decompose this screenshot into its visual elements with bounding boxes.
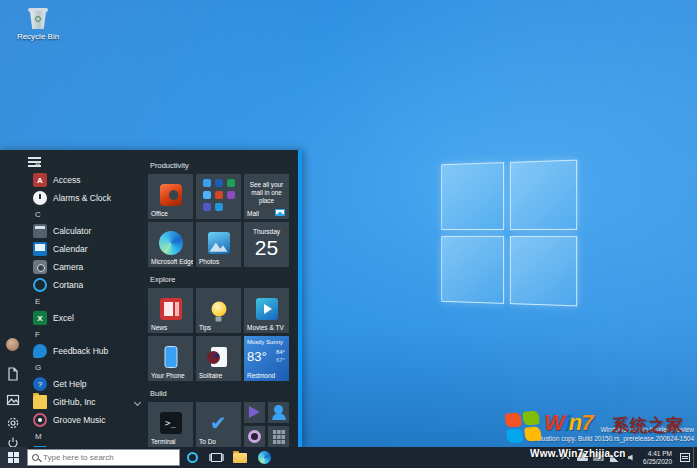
app-list-section-header[interactable]: M [28, 429, 146, 444]
recycle-bin-label: Recycle Bin [12, 32, 64, 41]
win7-url-watermark: Www.Win7zhijia.cn [530, 448, 626, 459]
app-list-item-groove-music[interactable]: Groove Music [28, 411, 146, 429]
github-desktop-icon [248, 430, 261, 443]
tile-tips[interactable]: Tips [196, 288, 241, 333]
calendar-weekday: Thursday [244, 228, 289, 235]
tile-group-title-productivity[interactable]: Productivity [150, 159, 296, 171]
app-list-item-alarms-clock[interactable]: Alarms & Clock [28, 189, 146, 207]
tile-office[interactable]: Office [148, 174, 193, 219]
excel-icon: X [33, 311, 47, 325]
tile-office-apps-folder[interactable] [196, 174, 241, 219]
app-list-item-access[interactable]: A Access [28, 171, 146, 189]
phone-icon [164, 346, 177, 368]
tile-calendar[interactable]: Thursday 25 [244, 222, 289, 267]
checkmark-icon: ✔ [210, 413, 227, 433]
windows-logo-pane [510, 236, 577, 306]
recycle-bin-desktop-icon[interactable]: Recycle Bin [12, 6, 64, 41]
app-list-section-header[interactable]: F [28, 327, 146, 342]
mail-tile-message: See all your mail in one place [248, 181, 285, 205]
mail-icon [275, 209, 285, 216]
app-list-item-calculator[interactable]: Calculator [28, 222, 146, 240]
app-list-item-calendar[interactable]: Calendar [28, 240, 146, 258]
tile-photos[interactable]: Photos [196, 222, 241, 267]
office-mini-app-icon [203, 203, 211, 211]
recycle-bin-icon [28, 6, 48, 30]
clock-date: 6/25/2020 [643, 458, 672, 466]
desktop: Recycle Bin Windows 10 Pro Insider Previ… [0, 0, 697, 468]
tile-mail[interactable]: See all your mail in one place Mail [244, 174, 289, 219]
app-list-section-header[interactable]: E [28, 294, 146, 309]
app-list-item-github-inc[interactable]: GitHub, Inc [28, 393, 146, 411]
app-list-item-camera[interactable]: Camera [28, 258, 146, 276]
app-list-item-feedback-hub[interactable]: Feedback Hub [28, 342, 146, 360]
tile-github-desktop[interactable] [244, 426, 265, 447]
search-icon [32, 454, 39, 461]
app-list-section-header[interactable]: A [28, 156, 146, 171]
win7-site-watermark: Win7 系统之家 [504, 408, 697, 448]
documents-icon[interactable] [6, 367, 20, 381]
app-list-item-get-help[interactable]: ? Get Help [28, 375, 146, 393]
taskbar-search-box[interactable] [27, 449, 180, 466]
access-icon: A [33, 173, 47, 187]
edge-taskbar-button[interactable] [252, 447, 276, 468]
start-menu-tiles: Productivity Office See all your mail in… [148, 156, 296, 447]
windows-logo-pane [441, 236, 504, 304]
show-desktop-button[interactable] [693, 447, 697, 468]
tile-visual-studio[interactable] [244, 402, 265, 423]
edge-icon [159, 231, 183, 255]
get-help-icon: ? [33, 377, 47, 391]
office-mini-app-icon [227, 179, 235, 187]
tile-app-grid[interactable] [268, 426, 289, 447]
weather-temperature: 83° [247, 349, 267, 364]
office-apps-folder-icons [203, 179, 235, 211]
settings-gear-icon[interactable] [6, 416, 20, 430]
office-mini-app-icon [227, 191, 235, 199]
office-icon [160, 184, 182, 206]
folder-icon [33, 395, 47, 409]
lightbulb-icon [211, 301, 226, 316]
folder-icon [233, 453, 247, 463]
solitaire-card-icon [211, 347, 227, 367]
app-list-item-cortana[interactable]: Cortana [28, 276, 146, 294]
tile-microsoft-edge[interactable]: Microsoft Edge [148, 222, 193, 267]
app-list-item-excel[interactable]: X Excel [28, 309, 146, 327]
office-mini-app-icon [203, 191, 211, 199]
photos-icon [208, 232, 230, 254]
feedback-hub-icon [33, 344, 47, 358]
tile-group-title-build[interactable]: Build [150, 387, 296, 399]
app-list-section-header[interactable]: C [28, 207, 146, 222]
user-avatar[interactable] [6, 338, 19, 351]
win7-brand-text: Win7 [544, 410, 592, 436]
start-menu-scrollbar[interactable] [298, 150, 302, 447]
tile-news[interactable]: News [148, 288, 193, 333]
terminal-icon: >_ [160, 412, 182, 434]
tile-dev-person[interactable] [268, 402, 289, 423]
tile-to-do[interactable]: ✔ To Do [196, 402, 241, 447]
tile-movies-tv[interactable]: Movies & TV [244, 288, 289, 333]
app-list-section-header[interactable]: G [28, 360, 146, 375]
task-view-button[interactable] [204, 447, 228, 468]
visual-studio-icon [249, 406, 260, 418]
cortana-button[interactable] [180, 447, 204, 468]
windows-flag-icon [505, 410, 542, 443]
taskbar-clock[interactable]: 4:41 PM 6/25/2020 [638, 450, 677, 466]
edge-icon [258, 451, 271, 464]
start-button[interactable] [0, 447, 27, 468]
tile-terminal[interactable]: >_ Terminal [148, 402, 193, 447]
action-center-button[interactable] [677, 447, 693, 468]
weather-low: 67° [276, 357, 285, 363]
search-input[interactable] [43, 453, 163, 462]
app-grid-icon [272, 429, 285, 444]
tile-your-phone[interactable]: Your Phone [148, 336, 193, 381]
tile-group-title-explore[interactable]: Explore [150, 273, 296, 285]
tile-weather[interactable]: Mostly Sunny 83° 84° 67° Redmond [244, 336, 289, 381]
office-mini-app-icon [203, 179, 211, 187]
office-mini-app-icon [215, 179, 223, 187]
speaker-icon [628, 455, 633, 461]
power-icon[interactable] [6, 436, 20, 447]
start-menu: A A Access Alarms & Clock C Calculator C… [0, 150, 302, 447]
file-explorer-button[interactable] [228, 447, 252, 468]
tile-solitaire[interactable]: Solitaire [196, 336, 241, 381]
calendar-day: 25 [244, 236, 289, 260]
pictures-icon[interactable] [6, 393, 20, 407]
